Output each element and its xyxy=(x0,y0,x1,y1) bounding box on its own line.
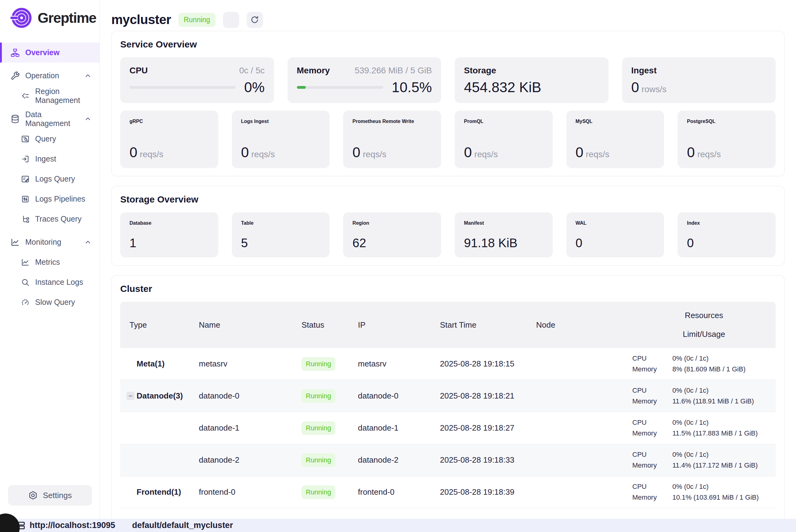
sidebar-item-label: Monitoring xyxy=(25,238,61,247)
sidebar-item-logs-query[interactable]: Logs Query xyxy=(0,169,99,189)
postgresql-value: 0 xyxy=(687,144,695,160)
memory-res-value: 10.1% (103.691 MiB / 1 GiB) xyxy=(672,493,771,501)
status-badge: Running xyxy=(302,389,336,403)
app-window: Greptime Overview Operation xyxy=(0,0,796,532)
cpu-percent: 0% xyxy=(244,79,265,96)
cpu-res-label: CPU xyxy=(632,386,672,395)
sidebar-item-region-management[interactable]: Region Management xyxy=(0,86,99,106)
sidebar-item-label: Region Management xyxy=(35,87,92,105)
cluster-title: mycluster xyxy=(111,12,171,27)
table-row-datanode-2: datanode-2 Running datanode-2 2025-08-28… xyxy=(120,444,776,476)
database-value: 1 xyxy=(130,236,209,250)
service-overview-row2: gRPC 0reqs/s Logs Ingest 0reqs/s Prometh… xyxy=(120,111,776,168)
resources-header: Resources xyxy=(685,311,723,320)
status-badge: Running xyxy=(302,486,336,499)
logs-ingest-unit: reqs/s xyxy=(251,150,275,159)
mysql-label: MySQL xyxy=(575,118,655,125)
sidebar-item-ingest[interactable]: Ingest xyxy=(0,149,99,169)
storage-value: 454.832 KiB xyxy=(464,79,599,96)
sidebar-item-query[interactable]: Query xyxy=(0,129,99,149)
table-card: Table 5 xyxy=(232,212,330,258)
slow-query-gauge-icon xyxy=(21,298,30,307)
monitoring-icon xyxy=(11,238,20,247)
cpu-res-value: 0% (0c / 1c) xyxy=(672,483,771,491)
metrics-icon xyxy=(21,258,30,267)
page-header: mycluster Running xyxy=(111,0,784,31)
wal-card: WAL 0 xyxy=(566,212,664,258)
cpu-res-label: CPU xyxy=(632,483,672,491)
logs-ingest-value: 0 xyxy=(241,144,249,160)
promql-label: PromQL xyxy=(464,118,544,125)
settings-button[interactable]: Settings xyxy=(8,485,92,506)
sidebar-item-traces-query[interactable]: Traces Query xyxy=(0,209,99,229)
ingest-unit: rows/s xyxy=(642,84,666,94)
node-ip: datanode-0 xyxy=(358,391,440,401)
server-url: http://localhost:19095 xyxy=(30,520,115,530)
sidebar-item-metrics[interactable]: Metrics xyxy=(0,252,99,272)
cluster-table-header: Type Name Status IP Start Time Node Reso… xyxy=(120,302,776,348)
status-bar: http://localhost:19095 default/default_m… xyxy=(0,519,796,532)
limit-usage-header: Limit/Usage xyxy=(683,329,725,339)
logs-pipelines-icon xyxy=(21,195,30,204)
node-name: frontend-0 xyxy=(199,487,302,497)
region-value: 62 xyxy=(353,236,432,250)
blank-action-button[interactable] xyxy=(223,12,239,28)
query-icon xyxy=(21,135,30,143)
sidebar-item-monitoring[interactable]: Monitoring xyxy=(0,232,99,252)
memory-res-value: 8% (81.609 MiB / 1 GiB) xyxy=(672,365,771,373)
wal-value: 0 xyxy=(575,236,655,250)
node-resources: CPU0% (0c / 1c) Memory8% (81.609 MiB / 1… xyxy=(632,355,776,373)
sidebar-item-overview[interactable]: Overview xyxy=(0,42,99,62)
storage-label: Storage xyxy=(464,65,496,76)
node-resources: CPU0% (0c / 1c) Memory10.1% (103.691 MiB… xyxy=(632,483,776,501)
cpu-label: CPU xyxy=(130,65,148,76)
sidebar-item-operation[interactable]: Operation xyxy=(0,66,99,86)
col-status: Status xyxy=(302,320,358,330)
node-name: datanode-1 xyxy=(199,423,302,433)
prometheus-remote-write-card: Prometheus Remote Write 0reqs/s xyxy=(343,111,441,168)
table-value: 5 xyxy=(241,236,321,250)
sidebar-item-label: Operation xyxy=(25,71,59,80)
collapse-datanode-button[interactable]: − xyxy=(127,392,135,400)
col-resources: Resources Limit/Usage xyxy=(632,311,776,339)
col-ip: IP xyxy=(358,320,440,330)
sidebar-menu: Overview Operation Region Management xyxy=(0,42,99,312)
ingest-icon xyxy=(21,155,30,163)
sidebar-item-label: Logs Query xyxy=(35,174,75,184)
sidebar-item-instance-logs[interactable]: Instance Logs xyxy=(0,272,99,292)
refresh-button[interactable] xyxy=(247,12,263,28)
memory-res-value: 11.6% (118.91 MiB / 1 GiB) xyxy=(672,397,771,405)
gear-icon xyxy=(28,490,38,500)
cpu-limit: 0c / 5c xyxy=(239,66,265,76)
cpu-res-value: 0% (0c / 1c) xyxy=(672,419,771,426)
node-start-time: 2025-08-28 19:18:27 xyxy=(440,423,536,433)
sidebar-item-logs-pipelines[interactable]: Logs Pipelines xyxy=(0,189,99,209)
logs-query-icon xyxy=(21,175,30,184)
grpc-label: gRPC xyxy=(130,118,209,125)
col-name: Name xyxy=(199,320,302,330)
database-card: Database 1 xyxy=(120,212,218,258)
node-start-time: 2025-08-28 19:18:21 xyxy=(440,391,536,401)
manifest-value: 91.18 KiB xyxy=(464,236,544,250)
service-overview-panel: Service Overview CPU 0c / 5c 0% Memory xyxy=(111,31,784,176)
wrench-icon xyxy=(11,71,20,80)
refresh-icon xyxy=(250,15,259,24)
sidebar-item-slow-query[interactable]: Slow Query xyxy=(0,292,99,312)
node-name: datanode-2 xyxy=(199,455,302,465)
manifest-card: Manifest 91.18 KiB xyxy=(455,212,553,258)
toggle-slot: − xyxy=(127,392,137,400)
memory-res-label: Memory xyxy=(632,397,672,405)
node-ip: datanode-2 xyxy=(358,455,440,465)
storage-overview-panel: Storage Overview Database 1 Table 5 Regi… xyxy=(111,186,784,266)
memory-res-label: Memory xyxy=(632,429,672,437)
prometheus-remote-write-label: Prometheus Remote Write xyxy=(353,118,432,125)
sidebar-item-data-management[interactable]: Data Management xyxy=(0,109,99,129)
storage-card: Storage 454.832 KiB xyxy=(455,57,609,103)
cluster-panel: Cluster Type Name Status IP Start Time N… xyxy=(111,275,784,519)
sidebar-item-label: Ingest xyxy=(35,154,56,163)
memory-limit: 539.266 MiB / 5 GiB xyxy=(355,66,432,76)
table-row-frontend-0: Frontend(1) frontend-0 Running frontend-… xyxy=(120,476,776,508)
manifest-label: Manifest xyxy=(464,220,544,227)
col-type: Type xyxy=(120,320,199,330)
cpu-card: CPU 0c / 5c 0% xyxy=(120,57,274,103)
